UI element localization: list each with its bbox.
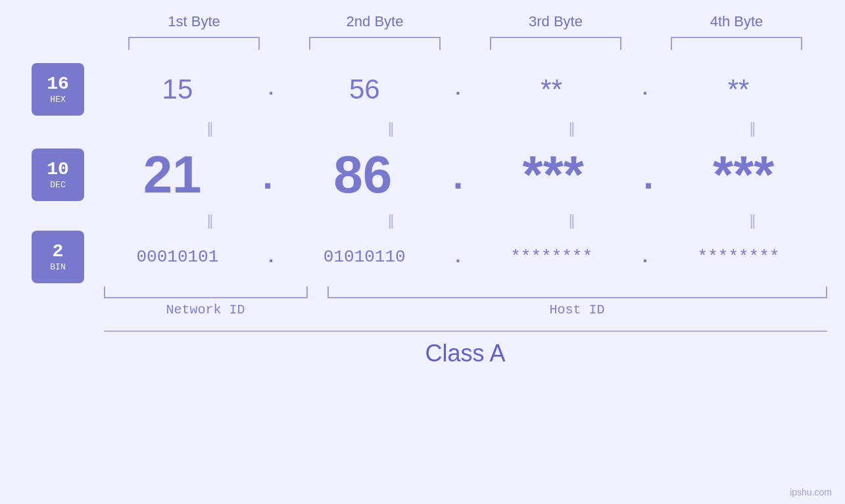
dec-badge-num: 10: [47, 160, 69, 179]
dec-dot-1: .: [256, 158, 278, 205]
class-label: Class A: [104, 340, 827, 367]
host-bracket: [327, 286, 827, 298]
eq-6: ‖: [325, 212, 456, 229]
bin-values-row: 00010101 . 01010110 . ******** . *******…: [84, 247, 845, 267]
equals-row-2: ‖ ‖ ‖ ‖: [120, 211, 843, 231]
bin-val-1: 00010101: [112, 247, 243, 267]
dec-badge-label: DEC: [50, 180, 65, 190]
hex-badge-label: HEX: [50, 95, 65, 104]
bottom-brackets: [104, 286, 827, 298]
eq-8: ‖: [687, 212, 818, 229]
bracket-1: [128, 37, 260, 50]
dec-dot-3: .: [637, 158, 659, 205]
top-brackets: [104, 37, 827, 50]
eq-1: ‖: [144, 120, 276, 137]
network-id-label: Network ID: [104, 302, 308, 317]
byte-headers: 1st Byte 2nd Byte 3rd Byte 4th Byte: [104, 13, 827, 30]
dec-val-2: 86: [297, 145, 429, 205]
network-bracket: [104, 286, 308, 298]
bin-badge: 2 BIN: [32, 231, 84, 283]
byte-header-3: 3rd Byte: [490, 13, 621, 30]
hex-val-1: 15: [112, 74, 243, 105]
dec-badge: 10 DEC: [32, 149, 84, 201]
hex-val-3: **: [486, 74, 617, 105]
hex-dot-2: .: [452, 80, 464, 100]
byte-header-4: 4th Byte: [671, 13, 802, 30]
dec-val-1: 21: [107, 145, 238, 205]
dec-val-3: ***: [487, 145, 619, 205]
dec-row: 10 DEC 21 . 86 . *** . ***: [0, 139, 845, 211]
hex-badge-num: 16: [47, 75, 69, 93]
bin-val-3: ********: [486, 247, 617, 267]
eq-2: ‖: [325, 120, 456, 137]
bin-row: 2 BIN 00010101 . 01010110 . ******** . *…: [0, 231, 845, 283]
equals-row-1: ‖ ‖ ‖ ‖: [120, 119, 843, 139]
hex-dot-1: .: [266, 80, 277, 100]
hex-values-row: 15 . 56 . ** . **: [84, 74, 845, 105]
byte-header-2: 2nd Byte: [309, 13, 441, 30]
eq-7: ‖: [506, 212, 637, 229]
eq-3: ‖: [506, 120, 637, 137]
dec-dot-2: .: [447, 158, 469, 205]
bin-badge-num: 2: [53, 242, 64, 261]
main-container: 1st Byte 2nd Byte 3rd Byte 4th Byte 16 H…: [0, 0, 845, 504]
bracket-4: [671, 37, 802, 50]
hex-val-4: **: [673, 74, 804, 105]
dec-val-4: ***: [678, 145, 809, 205]
bin-val-4: ********: [673, 247, 804, 267]
bin-dot-1: .: [266, 247, 277, 267]
bin-badge-label: BIN: [50, 262, 65, 272]
bracket-2: [309, 37, 441, 50]
host-id-label: Host ID: [327, 302, 827, 317]
hex-val-2: 56: [299, 74, 430, 105]
bracket-labels: Network ID Host ID: [104, 302, 827, 317]
bin-dot-3: .: [639, 247, 650, 267]
hex-row: 16 HEX 15 . 56 . ** . **: [0, 60, 845, 119]
bottom-line: [104, 331, 827, 332]
hex-badge: 16 HEX: [32, 63, 84, 116]
byte-header-1: 1st Byte: [128, 13, 260, 30]
bracket-3: [490, 37, 621, 50]
eq-4: ‖: [687, 120, 818, 137]
watermark: ipshu.com: [790, 487, 832, 497]
hex-dot-3: .: [639, 80, 650, 100]
dec-values-row: 21 . 86 . *** . ***: [84, 145, 845, 205]
bin-dot-2: .: [452, 247, 464, 267]
eq-5: ‖: [144, 212, 276, 229]
bin-val-2: 01010110: [299, 247, 430, 267]
